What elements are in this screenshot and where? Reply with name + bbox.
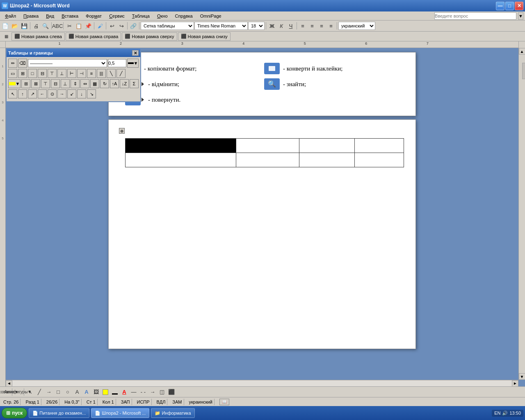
- taskbar-item-2[interactable]: 📁 Информатика: [151, 408, 194, 418]
- drawing-linecolor-btn[interactable]: [110, 388, 119, 397]
- drawing-ellipse-btn[interactable]: ○: [63, 388, 72, 397]
- panel-all-borders-btn[interactable]: ⊞: [18, 69, 27, 78]
- table-cell-2-4[interactable]: [355, 153, 404, 167]
- tb-spell[interactable]: ABC: [53, 21, 62, 30]
- panel-right-border-btn[interactable]: ⊣: [77, 69, 86, 78]
- help-search-input[interactable]: [434, 12, 516, 20]
- tb-cut[interactable]: ✂: [65, 21, 74, 30]
- table-cell-1-4[interactable]: [355, 139, 404, 153]
- tb-underline[interactable]: Ч: [286, 21, 295, 30]
- menu-tools[interactable]: Сервис: [106, 13, 128, 19]
- menu-window[interactable]: Окно: [154, 13, 171, 19]
- close-button[interactable]: ✕: [515, 2, 523, 10]
- tb-preview[interactable]: 🔍: [41, 21, 50, 30]
- tb-italic[interactable]: К: [277, 21, 286, 30]
- scroll-left-btn[interactable]: ◄: [6, 380, 12, 387]
- drawing-cursor-btn[interactable]: ↖: [25, 388, 34, 397]
- drawing-dashstyle-btn[interactable]: - -: [139, 388, 148, 397]
- table-cell-1-3[interactable]: [299, 139, 355, 153]
- menu-edit[interactable]: Правка: [20, 13, 42, 19]
- scroll-right-btn[interactable]: ►: [512, 380, 518, 387]
- drawing-3d-btn[interactable]: ⬛: [167, 388, 176, 397]
- drawing-rect-btn[interactable]: □: [54, 388, 63, 397]
- panel-shade-btn[interactable]: ▼: [8, 79, 21, 88]
- drawing-arrow-btn[interactable]: →: [44, 388, 53, 397]
- menu-view[interactable]: Вид: [43, 13, 57, 19]
- tb-paste[interactable]: 📌: [84, 21, 93, 30]
- table-cell-2-1[interactable]: [126, 153, 236, 167]
- scroll-up-btn[interactable]: ▲: [519, 48, 525, 55]
- table-cell-2-3[interactable]: [299, 153, 355, 167]
- tb-redo[interactable]: ↪: [117, 21, 126, 30]
- tb-save[interactable]: 💾: [20, 21, 29, 30]
- tb-new[interactable]: 📄: [1, 21, 10, 30]
- drawing-wordart-btn[interactable]: A: [82, 388, 91, 397]
- drawing-linewidth-btn[interactable]: —: [129, 388, 138, 397]
- drawing-arrowstyle-btn[interactable]: →: [148, 388, 157, 397]
- drawing-shadow-btn[interactable]: ◫: [158, 388, 167, 397]
- panel-bottom-border-btn[interactable]: ⊥: [57, 69, 66, 78]
- table-cell-1-1[interactable]: [126, 139, 236, 153]
- panel-sort-asc-btn[interactable]: ↑A: [110, 79, 119, 88]
- panel-merge-cells-btn[interactable]: ⊞: [21, 79, 30, 88]
- panel-split-cells-btn[interactable]: ⊠: [31, 79, 40, 88]
- panel-inside-borders-btn[interactable]: ⊟: [38, 69, 47, 78]
- size-select[interactable]: 18: [248, 22, 265, 30]
- tb-align-left[interactable]: ≡: [298, 21, 307, 30]
- menu-omnipage[interactable]: OmniPage: [197, 13, 225, 19]
- panel-inside-v-btn[interactable]: |||: [97, 69, 106, 78]
- new-frame-top[interactable]: ⬛ Новая рамка сверху: [122, 32, 177, 41]
- panel-inside-h-btn[interactable]: ≡: [87, 69, 96, 78]
- drawing-textbox-btn[interactable]: A: [73, 388, 82, 397]
- scroll-track-h[interactable]: [12, 381, 512, 386]
- panel-align-tc-btn[interactable]: ↑: [18, 89, 27, 98]
- menu-table[interactable]: Таблица: [129, 13, 153, 19]
- scroll-down-btn[interactable]: ▼: [519, 373, 525, 380]
- panel-align-bottom-btn[interactable]: ⊥: [61, 79, 70, 88]
- panel-border-color-btn[interactable]: ▼: [127, 59, 139, 68]
- panel-align-br-btn[interactable]: ↘: [87, 89, 96, 98]
- panel-align-bl-btn[interactable]: ↙: [67, 89, 76, 98]
- menu-help[interactable]: Справка: [172, 13, 196, 19]
- taskbar-item-1[interactable]: 📄 Шпора2 - Microsoft ...: [91, 408, 149, 418]
- panel-top-border-btn[interactable]: ⊤: [48, 69, 57, 78]
- tb-open[interactable]: 📂: [10, 21, 19, 30]
- style-select[interactable]: Сетка таблицы: [141, 22, 194, 30]
- start-button[interactable]: ⊞ пуск: [2, 408, 27, 418]
- panel-align-top-btn[interactable]: ⊤: [41, 79, 50, 88]
- scroll-thumb-v[interactable]: [522, 63, 525, 79]
- panel-align-ml-btn[interactable]: ←: [38, 89, 47, 98]
- panel-border-width-input[interactable]: [108, 59, 126, 67]
- tb-align-right[interactable]: ≡: [317, 21, 326, 30]
- panel-table-dir-btn[interactable]: ↻: [100, 79, 109, 88]
- panel-align-center-v-btn[interactable]: ⊟: [51, 79, 60, 88]
- drawing-clipart-btn[interactable]: 🖼: [91, 388, 100, 397]
- tb-frames-icon[interactable]: ▦: [2, 32, 11, 41]
- table-cell-2-2[interactable]: [236, 153, 299, 167]
- panel-pencil-btn[interactable]: ✏: [8, 59, 17, 68]
- drawing-line-btn[interactable]: ╱: [35, 388, 44, 397]
- table-cell-1-2[interactable]: [236, 139, 299, 153]
- drawing-fontcolor-btn[interactable]: A: [120, 388, 129, 397]
- panel-border-style-select[interactable]: ————— - - - - - ·········: [28, 59, 107, 67]
- panel-sum-btn[interactable]: Σ: [130, 79, 139, 88]
- panel-outer-borders-btn[interactable]: □: [28, 69, 37, 78]
- font-select[interactable]: Times New Roman: [194, 22, 248, 30]
- tb-align-center[interactable]: ≡: [308, 21, 317, 30]
- panel-align-tl-btn[interactable]: ↖: [8, 89, 17, 98]
- panel-dist-rows-btn[interactable]: ⇕: [71, 79, 80, 88]
- table-move-handle[interactable]: ⊕: [119, 128, 125, 134]
- menu-file[interactable]: Файл: [2, 13, 19, 19]
- panel-title-bar[interactable]: Таблицы и границы ✕: [7, 49, 140, 57]
- panel-align-bc-btn[interactable]: ↓: [77, 89, 86, 98]
- panel-close-btn[interactable]: ✕: [132, 50, 139, 56]
- minimize-button[interactable]: —: [496, 2, 504, 10]
- panel-align-mr-btn[interactable]: →: [57, 89, 66, 98]
- tb-bold[interactable]: Ж: [267, 21, 276, 30]
- tb-copy[interactable]: 📋: [74, 21, 83, 30]
- panel-align-mc-btn[interactable]: ⊙: [48, 89, 57, 98]
- maximize-button[interactable]: □: [505, 2, 514, 10]
- new-frame-bottom[interactable]: ⬛ Новая рамка снизу: [178, 32, 231, 41]
- tb-align-justify[interactable]: ≡: [326, 21, 336, 30]
- tb-print[interactable]: 🖨: [32, 21, 41, 30]
